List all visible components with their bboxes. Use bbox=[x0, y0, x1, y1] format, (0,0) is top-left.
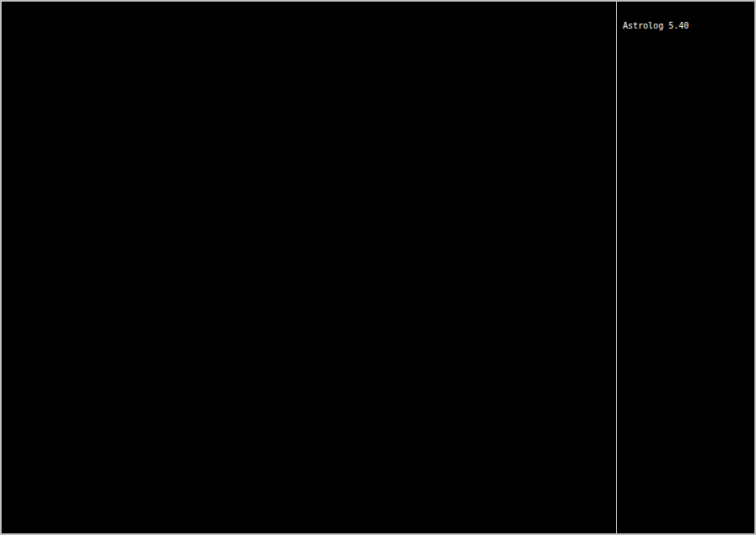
astrolog-window: Astrolog 5.40 bbox=[0, 0, 756, 535]
sidebar-divider bbox=[616, 2, 617, 533]
natal-chart-wheel bbox=[2, 2, 618, 533]
chart-info-header: Astrolog 5.40 bbox=[623, 4, 689, 66]
app-title: Astrolog 5.40 bbox=[623, 22, 689, 30]
info-sidebar: Astrolog 5.40 bbox=[618, 2, 754, 533]
